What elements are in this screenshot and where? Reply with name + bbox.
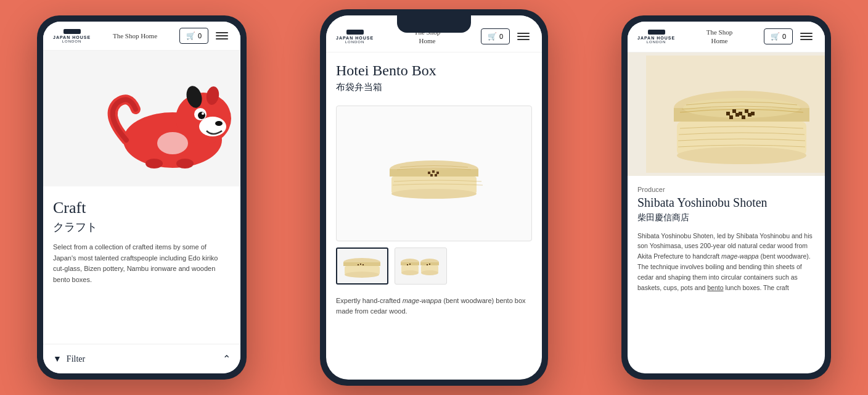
cart-button-left[interactable]: 🛒 0 xyxy=(179,28,208,44)
svg-point-11 xyxy=(215,121,223,126)
svg-point-31 xyxy=(401,270,419,275)
svg-rect-38 xyxy=(427,264,428,265)
logo-center: JAPAN HOUSE LONDON xyxy=(336,30,374,44)
menu-line-c1 xyxy=(517,33,530,34)
menu-button-left[interactable] xyxy=(213,30,231,42)
logo-icon-center xyxy=(346,30,364,35)
producer-image xyxy=(628,52,825,176)
bento-right-svg xyxy=(646,56,825,173)
svg-point-4 xyxy=(198,112,205,119)
menu-line-c3 xyxy=(517,39,530,40)
svg-rect-46 xyxy=(726,112,730,115)
menu-line-3 xyxy=(216,38,228,40)
svg-rect-18 xyxy=(436,172,439,174)
svg-rect-51 xyxy=(729,115,733,119)
craft-description: Select from a collection of crafted item… xyxy=(53,242,231,285)
logo-text-sub-right: LONDON xyxy=(647,40,666,44)
cart-count-right: 0 xyxy=(782,33,786,40)
svg-point-15 xyxy=(391,189,477,199)
cart-count-center: 0 xyxy=(499,33,503,40)
logo-text-sub-left: LONDON xyxy=(62,40,82,43)
producer-content: Producer Shibata Yoshinobu Shoten 柴田慶信商店… xyxy=(628,176,825,303)
logo-text-main-left: JAPAN HOUSE xyxy=(53,35,91,40)
logo-icon-left xyxy=(63,29,81,34)
svg-point-9 xyxy=(176,159,194,168)
logo-text-main-center: JAPAN HOUSE xyxy=(336,36,374,40)
cart-icon-right: 🛒 xyxy=(771,32,780,41)
menu-line-1 xyxy=(216,32,228,33)
nav-title-left: The Shop Home xyxy=(96,31,174,40)
thumb-bento-2 xyxy=(398,252,444,280)
svg-rect-53 xyxy=(742,115,745,119)
svg-rect-52 xyxy=(735,113,739,117)
bento-box-svg xyxy=(382,146,486,201)
producer-name-en: Shibata Yoshinobu Shoten xyxy=(637,196,815,210)
craft-title-en: Craft xyxy=(53,199,231,217)
product-title-jp: 布袋弁当箱 xyxy=(336,81,532,93)
logo-icon-right xyxy=(648,30,665,35)
product-title-en: Hotei Bento Box xyxy=(336,62,532,79)
center-phone-screen: JAPAN HOUSE LONDON The ShopHome 🛒 0 Hote… xyxy=(326,15,542,380)
filter-left: ▼ Filter xyxy=(53,354,85,364)
logo-right: JAPAN HOUSE LONDON xyxy=(637,30,675,44)
producer-name-jp: 柴田慶信商店 xyxy=(637,212,815,223)
svg-rect-22 xyxy=(343,262,380,266)
cart-icon-center: 🛒 xyxy=(488,32,497,41)
product-thumbnails xyxy=(326,241,542,291)
svg-point-24 xyxy=(345,272,379,278)
left-header: JAPAN HOUSE LONDON The Shop Home 🛒 0 xyxy=(43,22,240,51)
svg-point-45 xyxy=(677,147,806,164)
menu-line-c2 xyxy=(517,36,530,37)
fox-toy-svg xyxy=(92,60,240,177)
filter-bar[interactable]: ▼ Filter ⌃ xyxy=(43,344,240,373)
menu-button-center[interactable] xyxy=(515,30,532,43)
svg-rect-20 xyxy=(435,174,437,177)
filter-icon: ▼ xyxy=(53,354,62,364)
cart-icon-left: 🛒 xyxy=(186,31,195,40)
cart-button-center[interactable]: 🛒 0 xyxy=(481,28,510,44)
svg-point-10 xyxy=(157,132,188,154)
svg-rect-19 xyxy=(430,174,433,177)
thumbnail-1[interactable] xyxy=(336,247,388,285)
producer-description: Shibata Yoshinobu Shoten, led by Shibata… xyxy=(637,231,815,293)
filter-label: Filter xyxy=(67,354,85,364)
right-phone-screen: JAPAN HOUSE LONDON The ShopHome 🛒 0 xyxy=(628,22,825,373)
svg-point-8 xyxy=(145,159,163,168)
svg-rect-37 xyxy=(409,264,411,265)
svg-rect-16 xyxy=(428,172,430,174)
phones-container: JAPAN HOUSE LONDON The Shop Home 🛒 0 xyxy=(0,0,868,395)
menu-line-r2 xyxy=(800,36,813,37)
right-phone: JAPAN HOUSE LONDON The ShopHome 🛒 0 xyxy=(621,15,831,380)
svg-point-35 xyxy=(421,270,438,275)
thumb-bento-1 xyxy=(339,252,385,280)
filter-chevron-icon: ⌃ xyxy=(223,353,231,365)
menu-line-r1 xyxy=(800,33,813,34)
nav-title-right: The ShopHome xyxy=(680,28,759,46)
cart-button-right[interactable]: 🛒 0 xyxy=(764,28,793,44)
svg-rect-49 xyxy=(745,109,748,113)
svg-rect-54 xyxy=(748,113,751,117)
menu-line-r3 xyxy=(800,39,813,40)
left-phone-screen: JAPAN HOUSE LONDON The Shop Home 🛒 0 xyxy=(43,22,240,373)
svg-rect-36 xyxy=(407,264,408,265)
svg-rect-47 xyxy=(732,109,736,113)
center-phone: JAPAN HOUSE LONDON The ShopHome 🛒 0 Hote… xyxy=(320,9,548,386)
craft-title-jp: クラフト xyxy=(53,220,231,235)
right-header: JAPAN HOUSE LONDON The ShopHome 🛒 0 xyxy=(628,22,825,52)
svg-rect-25 xyxy=(358,264,359,265)
svg-rect-27 xyxy=(362,264,364,265)
craft-content: Craft クラフト Select from a collection of c… xyxy=(43,186,240,312)
phone-notch xyxy=(397,15,471,33)
menu-button-right[interactable] xyxy=(798,30,815,43)
logo-text-sub-center: LONDON xyxy=(345,40,365,44)
svg-rect-26 xyxy=(360,264,361,265)
product-description: Expertly hand-crafted mage-wappa (bent w… xyxy=(326,291,542,322)
menu-line-2 xyxy=(216,35,228,36)
svg-point-5 xyxy=(202,112,204,115)
thumbnail-2[interactable] xyxy=(395,247,447,285)
craft-image xyxy=(43,51,240,186)
svg-rect-39 xyxy=(429,264,430,265)
logo-left: JAPAN HOUSE LONDON xyxy=(53,29,91,43)
producer-label: Producer xyxy=(637,186,815,193)
product-header: Hotei Bento Box 布袋弁当箱 xyxy=(326,52,542,106)
